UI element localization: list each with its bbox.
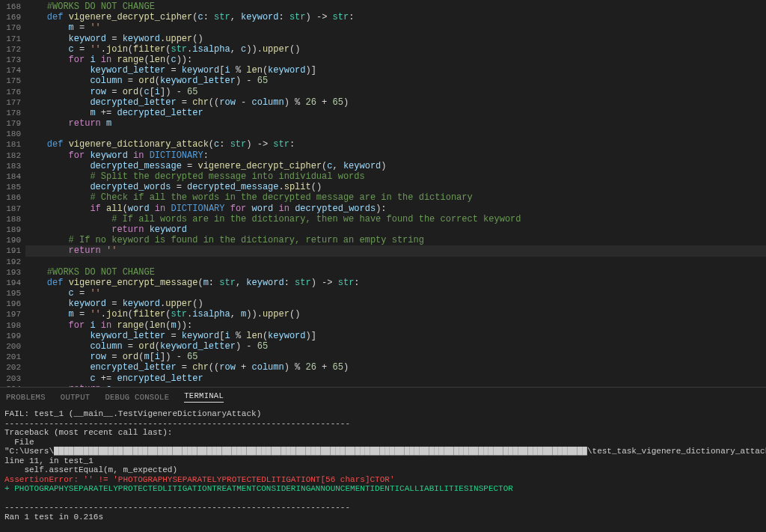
terminal-line: + PHOTOGRAPHYSEPARATELYPROTECTEDLITIGATI…	[4, 484, 762, 494]
line-number: 172	[0, 44, 25, 55]
line-number: 169	[0, 12, 25, 22]
line-number: 179	[0, 118, 25, 129]
line-number: 191	[0, 245, 25, 256]
line-number: 185	[0, 182, 25, 192]
code-line[interactable]: return c	[25, 384, 766, 387]
line-number: 202	[0, 362, 25, 373]
line-number: 190	[0, 235, 25, 245]
code-line[interactable]: for i in range(len(m)):	[25, 320, 766, 331]
code-line[interactable]: c = ''.join(filter(str.isalpha, c)).uppe…	[25, 44, 766, 55]
line-number: 194	[0, 278, 25, 288]
line-number: 203	[0, 373, 25, 384]
code-line[interactable]: # If all words are in the dictionary, th…	[25, 214, 766, 224]
code-editor[interactable]: #WORKS DO NOT CHANGE def vigenere_decryp…	[25, 0, 766, 387]
terminal-line: AssertionError: '' != 'PHOTOGRAPHYSEPARA…	[4, 475, 762, 485]
code-line[interactable]: # Check if all the words in the decrypte…	[25, 192, 766, 203]
terminal-line	[4, 494, 762, 504]
line-number: 198	[0, 320, 25, 331]
line-number: 188	[0, 214, 25, 224]
code-line[interactable]: if all(word in DICTIONARY for word in de…	[25, 204, 766, 214]
code-line[interactable]: return ''	[25, 245, 766, 256]
code-line[interactable]: row = ord(c[i]) - 65	[25, 87, 766, 97]
code-line[interactable]: keyword_letter = keyword[i % len(keyword…	[25, 331, 766, 341]
code-line[interactable]: return keyword	[25, 224, 766, 235]
line-number: 180	[0, 129, 25, 139]
line-number: 170	[0, 22, 25, 33]
code-line[interactable]: keyword_letter = keyword[i % len(keyword…	[25, 65, 766, 76]
code-line[interactable]	[25, 257, 766, 267]
line-number: 186	[0, 192, 25, 203]
line-number: 196	[0, 299, 25, 309]
code-line[interactable]: decrypted_message = vigenere_decrypt_cip…	[25, 161, 766, 171]
line-number: 178	[0, 108, 25, 118]
terminal-line: self.assertEqual(m, m_expected)	[4, 465, 762, 475]
terminal-line	[4, 522, 762, 531]
line-number: 173	[0, 55, 25, 65]
code-line[interactable]: m = ''.join(filter(str.isalpha, m)).uppe…	[25, 309, 766, 319]
line-number: 168	[0, 1, 25, 12]
code-line[interactable]: m += decrypted_letter	[25, 108, 766, 118]
code-line[interactable]: def vigenere_encrypt_message(m: str, key…	[25, 278, 766, 288]
code-line[interactable]: row = ord(m[i]) - 65	[25, 352, 766, 362]
line-number: 183	[0, 161, 25, 171]
code-line[interactable]: #WORKS DO NOT CHANGE	[25, 267, 766, 278]
code-line[interactable]	[25, 129, 766, 139]
panel-tabs: PROBLEMS OUTPUT DEBUG CONSOLE TERMINAL	[0, 387, 766, 406]
terminal-line: ----------------------------------------…	[4, 503, 762, 513]
line-number: 197	[0, 309, 25, 319]
line-number: 174	[0, 65, 25, 76]
line-number: 199	[0, 331, 25, 341]
line-number: 193	[0, 267, 25, 278]
terminal-line: Traceback (most recent call last):	[4, 428, 762, 438]
code-line[interactable]: encrypted_letter = chr((row + column) % …	[25, 362, 766, 373]
line-number: 175	[0, 76, 25, 86]
line-number: 195	[0, 288, 25, 299]
code-line[interactable]: decrypted_letter = chr((row - column) % …	[25, 97, 766, 108]
code-line[interactable]: c = ''	[25, 288, 766, 299]
code-line[interactable]: return m	[25, 118, 766, 129]
code-line[interactable]: keyword = keyword.upper()	[25, 34, 766, 44]
terminal-line: ----------------------------------------…	[4, 419, 762, 429]
line-number: 201	[0, 352, 25, 362]
code-line[interactable]: keyword = keyword.upper()	[25, 299, 766, 309]
code-line[interactable]: # Split the decrypted message into indiv…	[25, 171, 766, 182]
tab-terminal[interactable]: TERMINAL	[184, 391, 224, 403]
terminal-line: File "C:\Users\█████████████████████████…	[4, 438, 762, 466]
tab-output[interactable]: OUTPUT	[61, 393, 91, 402]
code-line[interactable]: column = ord(keyword_letter) - 65	[25, 76, 766, 86]
line-gutter: 1681691701711721731741751761771781791801…	[0, 0, 25, 387]
code-line[interactable]: column = ord(keyword_letter) - 65	[25, 341, 766, 352]
terminal-line: FAIL: test_1 (__main__.TestVigenereDicti…	[4, 409, 762, 419]
line-number: 182	[0, 150, 25, 161]
code-line[interactable]: m = ''	[25, 22, 766, 33]
code-line[interactable]: for i in range(len(c)):	[25, 55, 766, 65]
tab-debug[interactable]: DEBUG CONSOLE	[105, 393, 169, 402]
code-line[interactable]: c += encrypted_letter	[25, 373, 766, 384]
line-number: 192	[0, 257, 25, 267]
terminal-line: Ran 1 test in 0.216s	[4, 513, 762, 522]
terminal-output[interactable]: FAIL: test_1 (__main__.TestVigenereDicti…	[0, 406, 766, 532]
line-number: 181	[0, 139, 25, 150]
code-line[interactable]: for keyword in DICTIONARY:	[25, 150, 766, 161]
code-line[interactable]: def vigenere_decrypt_cipher(c: str, keyw…	[25, 12, 766, 22]
line-number: 177	[0, 97, 25, 108]
code-line[interactable]: # If no keyword is found in the dictiona…	[25, 235, 766, 245]
editor-area: 1681691701711721731741751761771781791801…	[0, 0, 766, 387]
code-line[interactable]: def vigenere_dictionary_attack(c: str) -…	[25, 139, 766, 150]
code-line[interactable]: #WORKS DO NOT CHANGE	[25, 1, 766, 12]
code-line[interactable]: decrypted_words = decrypted_message.spli…	[25, 182, 766, 192]
line-number: 189	[0, 224, 25, 235]
line-number: 176	[0, 87, 25, 97]
line-number: 187	[0, 204, 25, 214]
line-number: 171	[0, 34, 25, 44]
line-number: 184	[0, 171, 25, 182]
tab-problems[interactable]: PROBLEMS	[6, 393, 46, 402]
line-number: 200	[0, 341, 25, 352]
